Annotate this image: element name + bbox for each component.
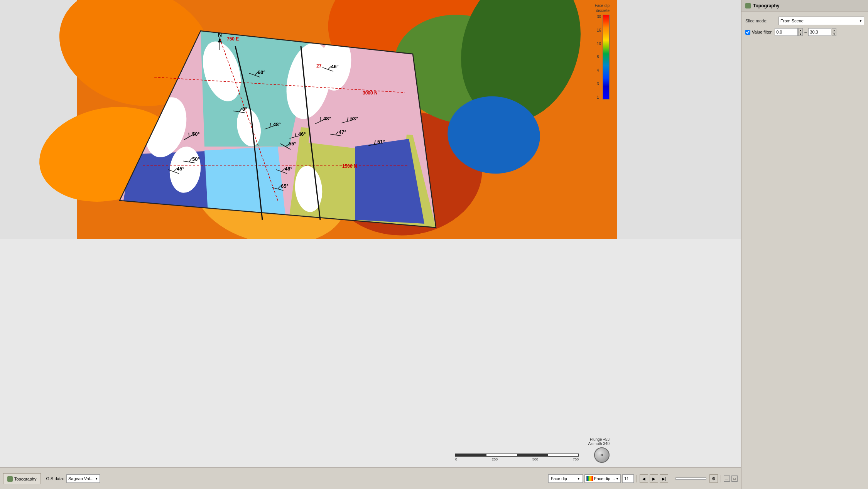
- slice-mode-label: Slice mode:: [745, 19, 776, 23]
- color-label-10: 10: [597, 42, 601, 46]
- right-panel: Topography Slice mode: From Scene ▼ Valu…: [741, 0, 868, 489]
- color-bar: [603, 15, 610, 99]
- legend-title-line2: discrete: [596, 8, 610, 13]
- navigate-fwd-btn[interactable]: ▶: [650, 474, 658, 483]
- right-panel-body: Slice mode: From Scene ▼ Value filter ▲ …: [741, 12, 868, 40]
- face-dip-value: 11: [624, 476, 629, 481]
- gis-data-label: GIS data:: [46, 476, 64, 481]
- face-dip-colorbar: [586, 476, 593, 481]
- color-label-3: 3: [597, 82, 601, 86]
- right-panel-title: Topography: [753, 3, 779, 8]
- face-dip-controls: Face dip Face dip ... ▼ 11 ◀ ▶ ▶| ⚙: [548, 474, 738, 483]
- azimuth-label: Azimuth 340: [588, 442, 610, 446]
- toolbar-separator-2: [671, 475, 671, 482]
- color-label-1: 1: [597, 95, 601, 99]
- navigate-next-btn[interactable]: ▶|: [660, 474, 668, 483]
- scale-label-250: 250: [492, 457, 498, 461]
- scale-labels: 0 250 500 750: [455, 457, 579, 461]
- color-label-4: 4: [597, 68, 601, 73]
- scale-label-750: 750: [573, 457, 579, 461]
- slice-mode-dropdown[interactable]: From Scene ▼: [778, 17, 864, 25]
- settings-btn[interactable]: ⚙: [709, 474, 718, 483]
- slice-mode-arrow: ▼: [859, 19, 862, 23]
- scale-segment-2: [517, 454, 548, 457]
- terrain-canvas: [0, 0, 741, 239]
- value-filter-max-area: ▲ ▼: [808, 28, 836, 36]
- spin-max-up-btn[interactable]: ▲: [832, 28, 836, 32]
- face-dip-slider[interactable]: [675, 477, 706, 480]
- plunge-label: Plunge +53: [588, 437, 610, 442]
- color-legend-title: Face dip discrete: [595, 3, 610, 13]
- topography-tab-label: Topography: [14, 477, 37, 481]
- scale-label-500: 500: [532, 457, 538, 461]
- value-filter-min-spin[interactable]: ▲ ▼: [798, 28, 803, 36]
- toolbar-separator-3: [721, 475, 721, 482]
- gis-data-area: GIS data: Sagean Val...: [46, 474, 100, 483]
- topography-tab[interactable]: Topography: [3, 473, 41, 484]
- window-maximize-btn[interactable]: □: [731, 476, 738, 482]
- slice-mode-value: From Scene: [780, 19, 804, 23]
- toolbar-separator-1: [637, 475, 637, 482]
- face-dip-label-1: Face dip: [551, 476, 567, 481]
- value-filter-row: Value filter ▲ ▼ – ▲ ▼: [745, 28, 864, 36]
- face-dip-value-display: 11: [622, 474, 634, 483]
- right-panel-header: Topography: [741, 0, 868, 12]
- scale-line: [455, 454, 579, 457]
- value-filter-max-spin[interactable]: ▲ ▼: [832, 28, 836, 36]
- bottom-toolbar: Topography GIS data: Sagean Val... Face …: [0, 467, 741, 489]
- scale-segment-0: [455, 454, 486, 457]
- spin-up-btn[interactable]: ▲: [798, 28, 803, 32]
- main-3d-view: Face dip discrete 3016108431 Plunge +53 …: [0, 0, 741, 489]
- camera-info: Plunge +53 Azimuth 340: [588, 437, 610, 446]
- color-scale-container: 3016108431: [595, 15, 610, 99]
- compass-ball[interactable]: N: [594, 447, 610, 463]
- scale-segment-1: [486, 454, 517, 457]
- face-dip-label-2: Face dip ...: [594, 476, 615, 481]
- face-dip-dropdown-1[interactable]: Face dip: [548, 474, 583, 483]
- compass-area: Plunge +53 Azimuth 340 N: [588, 437, 610, 463]
- legend-title-line1: Face dip: [595, 3, 610, 8]
- color-label-16: 16: [597, 28, 601, 32]
- scale-bar: 0 250 500 750: [455, 454, 579, 461]
- gis-dropdown-value: Sagean Val...: [68, 476, 93, 481]
- color-bar-with-labels: 3016108431: [597, 15, 610, 99]
- value-filter-label: Value filter: [752, 30, 772, 34]
- topography-tab-icon: [7, 476, 13, 482]
- value-filter-min-area: ▲ ▼: [775, 28, 803, 36]
- scale-label-0: 0: [455, 457, 457, 461]
- color-scale-labels: 3016108431: [597, 15, 601, 99]
- value-filter-checkbox[interactable]: [745, 30, 750, 35]
- value-filter-min-input[interactable]: [775, 28, 798, 36]
- value-filter-max-input[interactable]: [808, 28, 831, 36]
- color-label-30: 30: [597, 15, 601, 19]
- face-dip-colorbar-area[interactable]: Face dip ... ▼: [584, 474, 621, 483]
- slice-mode-row: Slice mode: From Scene ▼: [745, 17, 864, 25]
- spin-max-down-btn[interactable]: ▼: [832, 32, 836, 36]
- gis-data-dropdown[interactable]: Sagean Val...: [66, 474, 100, 483]
- color-legend: Face dip discrete 3016108431: [595, 3, 610, 99]
- navigate-back-btn[interactable]: ◀: [640, 474, 648, 483]
- face-dip-dropdown-arrow: ▼: [616, 477, 619, 481]
- scale-segment-3: [548, 454, 579, 457]
- value-filter-separator: –: [804, 30, 807, 34]
- color-label-8: 8: [597, 55, 601, 59]
- right-panel-title-icon: [745, 3, 751, 8]
- tab-area: Topography: [3, 468, 42, 489]
- window-minimize-btn[interactable]: —: [724, 476, 730, 482]
- spin-down-btn[interactable]: ▼: [798, 32, 803, 36]
